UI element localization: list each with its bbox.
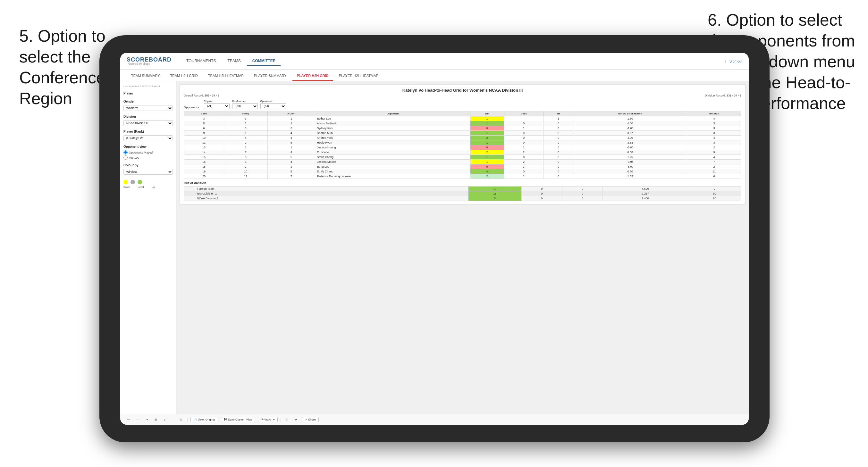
ood-opponent: NCAA Division 2: [184, 196, 468, 201]
ood-win: 15: [468, 191, 521, 196]
cell-win: 4: [470, 169, 504, 174]
player-rank-select[interactable]: 8. Katelyn Vo: [123, 135, 173, 141]
cell-opponent: Euna Lee: [315, 164, 470, 169]
gender-select[interactable]: Women's: [123, 105, 173, 111]
radio-top100-input[interactable]: [123, 155, 128, 160]
cell-diff: 1.50: [573, 116, 687, 121]
cell-diff: 0.30: [573, 169, 687, 174]
sub-tab-player-h2h-heatmap[interactable]: PLAYER H2H HEATMAP: [335, 71, 383, 81]
ood-rounds: 10: [688, 196, 741, 201]
legend-labels: Down Level Up: [123, 186, 173, 188]
cell-win: 0: [470, 145, 504, 150]
cell-conf: 2: [268, 164, 315, 169]
ood-diff: 7.400: [603, 196, 688, 201]
overall-record-value: 353 - 34 - 6: [205, 94, 219, 97]
colour-by-select[interactable]: Win/loss: [123, 169, 173, 175]
cell-opponent: Eunice Yi: [315, 150, 470, 155]
region-filter-label: Region: [204, 100, 229, 102]
conference-filter-label: Conference: [232, 100, 258, 102]
cell-conf: 2: [268, 121, 315, 126]
cell-opponent: Heejo Hyun: [315, 141, 470, 145]
cell-rounds: 11: [687, 169, 741, 174]
sub-tab-team-h2h-grid[interactable]: TEAM H2H GRID: [166, 71, 202, 81]
radio-opponents-played-input[interactable]: [123, 150, 128, 155]
cell-loss: 3: [504, 164, 544, 169]
cell-tie: 0: [544, 169, 573, 174]
toolbar-dot[interactable]: ·: [170, 417, 176, 422]
th-rounds: Rounds: [687, 111, 741, 116]
toolbar-sep1: |: [187, 417, 188, 422]
legend-row: [123, 180, 173, 184]
logo-area: SCOREBOARD Powered by clippd: [127, 57, 172, 65]
main-content: Last Updated: 27/03/2024 10:34 Player Ge…: [120, 81, 749, 414]
ood-opponent: Foreign Team: [184, 187, 468, 191]
toolbar-redo[interactable]: ↪: [144, 417, 150, 422]
table-row: 16 3 4 Jessica Mason 1 2 0 -0.94 7: [184, 160, 741, 164]
toolbar-swap[interactable]: ⇄: [293, 417, 299, 422]
cell-reg: 11: [224, 174, 268, 179]
cell-win: 1: [470, 116, 504, 121]
radio-opponents-played[interactable]: Opponents Played: [123, 150, 173, 155]
cell-tie: 0: [544, 164, 573, 169]
conference-filter-select[interactable]: (All): [232, 103, 258, 109]
table-header-row: # Div # Reg # Conf Opponent Win Loss Tie…: [184, 111, 741, 116]
toolbar-share[interactable]: ↗ Share: [302, 417, 319, 422]
cell-win: 2: [470, 174, 504, 179]
cell-opponent: Emily Chang: [315, 169, 470, 174]
ood-loss: 0: [521, 196, 562, 201]
cell-diff: 0.38: [573, 150, 687, 155]
toolbar-save-custom[interactable]: 💾 Save Custom View: [221, 417, 255, 422]
gender-label: Gender: [123, 100, 173, 103]
cell-loss: 0: [504, 169, 544, 174]
table-row: 5 2 2 Alexis Sudjianto 1 0 0 4.00 3: [184, 121, 741, 126]
ood-win: 1: [468, 187, 521, 191]
toolbar-back[interactable]: ←: [134, 417, 141, 422]
radio-top100[interactable]: Top 100: [123, 155, 173, 160]
table-row: 9 1 4 Sharon Mun 1 0 0 3.67 3: [184, 131, 741, 135]
cell-tie: 0: [544, 160, 573, 164]
cell-rounds: 3: [687, 126, 741, 131]
opponent-filter-select[interactable]: (All): [260, 103, 286, 109]
sign-out-prefix: |: [725, 59, 726, 63]
tablet-frame: SCOREBOARD Powered by clippd TOURNAMENTS…: [99, 35, 770, 442]
toolbar-grid[interactable]: ⊞: [153, 417, 159, 422]
toolbar-undo[interactable]: ↩: [125, 417, 132, 422]
cell-diff: 3.33: [573, 141, 687, 145]
region-filter-select[interactable]: (All): [204, 103, 229, 109]
sidebar-legend: Down Level Up: [123, 179, 173, 188]
cell-loss: 0: [504, 141, 544, 145]
sub-tab-team-h2h-heatmap[interactable]: TEAM H2H HEATMAP: [204, 71, 248, 81]
out-of-division-table: Foreign Team 1 0 0 4.500 2 NAIA Division…: [184, 186, 741, 201]
sub-tab-player-summary[interactable]: PLAYER SUMMARY: [249, 71, 291, 81]
ood-table-body: Foreign Team 1 0 0 4.500 2 NAIA Division…: [184, 187, 741, 201]
app-header: SCOREBOARD Powered by clippd TOURNAMENTS…: [120, 53, 749, 69]
cell-div: 16: [184, 160, 224, 164]
cell-rounds: 6: [687, 174, 741, 179]
cell-div: 20: [184, 174, 224, 179]
legend-dot-level: [130, 180, 135, 184]
sign-out-button[interactable]: Sign out: [730, 59, 742, 63]
toolbar-target[interactable]: ⊙: [178, 417, 184, 422]
toolbar-watch[interactable]: 👁 Watch ▾: [258, 417, 278, 422]
record-row: Overall Record: 353 - 34 - 6 Division Re…: [184, 94, 741, 97]
ood-rounds: 2: [688, 187, 741, 191]
cell-rounds: 3: [687, 121, 741, 126]
cell-tie: 0: [544, 174, 573, 179]
cell-reg: 7: [224, 150, 268, 155]
nav-teams[interactable]: TEAMS: [222, 57, 246, 66]
cell-win: 1: [470, 131, 504, 135]
cell-conf: 4: [268, 131, 315, 135]
division-select[interactable]: NCAA Division III: [123, 120, 173, 126]
cell-opponent: Andrea York: [315, 135, 470, 141]
filter-row: Opponents: Region (All) Conference (All): [184, 100, 741, 109]
table-row: 18 2 2 Euna Lee 0 3 0 -5.00 2: [184, 164, 741, 169]
toolbar-view-original[interactable]: 📄 View: Original: [190, 417, 218, 422]
toolbar-export[interactable]: ↙: [162, 417, 168, 422]
sub-tab-team-summary[interactable]: TEAM SUMMARY: [127, 71, 164, 81]
sub-tab-player-h2h-grid[interactable]: PLAYER H2H GRID: [292, 71, 333, 81]
nav-committee[interactable]: COMMITTEE: [247, 57, 281, 66]
toolbar-expand[interactable]: ⤢: [284, 417, 290, 422]
th-reg: # Reg: [224, 111, 268, 116]
legend-down: Down: [123, 186, 130, 188]
nav-tournaments[interactable]: TOURNAMENTS: [181, 57, 221, 66]
